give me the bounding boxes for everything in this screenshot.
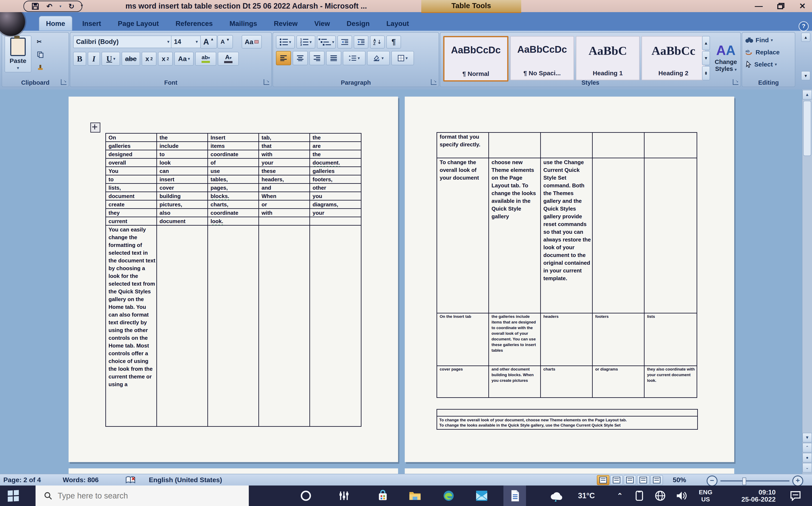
table-cell[interactable]: [489, 133, 541, 158]
table-cell[interactable]: You: [106, 167, 157, 175]
table-cell[interactable]: coordinate: [208, 150, 259, 159]
table-move-handle[interactable]: [90, 122, 100, 133]
table-cell[interactable]: or diagrams: [593, 366, 644, 398]
help-button[interactable]: ?: [799, 21, 809, 31]
page2-footer-box[interactable]: To change the overall look of your docum…: [437, 409, 698, 430]
table-cell[interactable]: tab,: [259, 134, 310, 142]
vertical-scrollbar[interactable]: ▲ ▼ ⌃ ● ⌄: [802, 89, 812, 474]
copy-button[interactable]: [35, 49, 62, 60]
language-indicator[interactable]: English (United States): [149, 474, 222, 486]
undo-icon[interactable]: ↶: [47, 2, 53, 11]
shrink-font-button[interactable]: A▼: [217, 35, 233, 49]
mail-button[interactable]: [472, 486, 491, 506]
table-cell[interactable]: also: [157, 209, 208, 217]
table-cell[interactable]: with: [259, 209, 310, 217]
table-cell[interactable]: footers,: [310, 175, 361, 184]
table-cell[interactable]: building: [157, 192, 208, 200]
tab-references[interactable]: References: [169, 16, 219, 30]
align-center-button[interactable]: [293, 51, 308, 65]
italic-button[interactable]: I: [88, 52, 100, 66]
table-cell[interactable]: with: [259, 150, 310, 159]
spellcheck-icon[interactable]: [125, 476, 136, 484]
table-cell[interactable]: the: [310, 150, 361, 159]
word-taskbar-button[interactable]: [504, 486, 526, 506]
restore-button[interactable]: [777, 3, 785, 9]
paragraph-dialog-launcher[interactable]: ↘: [431, 79, 437, 85]
table-cell[interactable]: can: [157, 167, 208, 175]
strikethrough-button[interactable]: abe: [122, 52, 140, 66]
cut-button[interactable]: ✂: [35, 36, 62, 47]
table-cell[interactable]: and: [259, 184, 310, 192]
scroll-up-arrow[interactable]: ▲: [802, 90, 812, 99]
change-styles-button[interactable]: AA Change Styles ▾: [712, 36, 740, 80]
full-screen-reading-button[interactable]: [610, 475, 623, 485]
font-dialog-launcher[interactable]: ↘: [264, 79, 269, 85]
table-cell[interactable]: [593, 133, 644, 158]
draft-button[interactable]: [650, 475, 663, 485]
tab-mailings[interactable]: Mailings: [223, 16, 264, 30]
table-cell[interactable]: [259, 217, 310, 226]
replace-button[interactable]: ab Replace: [745, 47, 780, 58]
styles-scroll-up-button[interactable]: ▲: [702, 36, 710, 50]
table-cell[interactable]: lists,: [106, 184, 157, 192]
table-cell[interactable]: look.: [208, 217, 259, 226]
zoom-in-button[interactable]: +: [792, 476, 803, 486]
table-cell[interactable]: you: [310, 192, 361, 200]
device-tray-icon[interactable]: [631, 486, 647, 506]
table-cell[interactable]: On the Insert tab: [437, 313, 489, 366]
table-cell[interactable]: charts,: [208, 200, 259, 209]
document-page-2[interactable]: format that you specify directly.To chan…: [405, 97, 734, 462]
table-cell[interactable]: You can easily change the formatting of …: [106, 226, 157, 427]
table-cell[interactable]: [593, 158, 644, 313]
numbering-button[interactable]: 123 ▾: [296, 35, 315, 49]
table-cell[interactable]: or: [259, 200, 310, 209]
table-cell[interactable]: document.: [310, 159, 361, 167]
table-cell[interactable]: [208, 226, 259, 427]
styles-dialog-launcher[interactable]: ↘: [733, 79, 738, 85]
table-cell[interactable]: current: [106, 217, 157, 226]
table-cell[interactable]: items: [208, 142, 259, 150]
page-indicator[interactable]: Page: 2 of 4: [3, 474, 41, 486]
format-painter-button[interactable]: [35, 62, 62, 73]
table-cell[interactable]: [644, 133, 697, 158]
table-cell[interactable]: [259, 226, 310, 427]
line-spacing-button[interactable]: ▾: [343, 51, 365, 65]
table-cell[interactable]: and other document building blocks. When…: [489, 366, 541, 398]
ribbon-scroll-up-button[interactable]: ▴: [801, 32, 810, 42]
bullets-button[interactable]: ▾: [276, 35, 295, 49]
temperature-label[interactable]: 31°C: [572, 486, 601, 506]
table-cell[interactable]: create: [106, 200, 157, 209]
table-cell[interactable]: use: [208, 167, 259, 175]
change-case-button[interactable]: Aa▾: [174, 52, 194, 66]
close-button[interactable]: ✕: [799, 0, 806, 12]
increase-indent-button[interactable]: [354, 35, 368, 49]
align-left-button[interactable]: [276, 51, 291, 65]
scrollbar-thumb[interactable]: [803, 101, 811, 156]
tab-home[interactable]: Home: [39, 16, 72, 30]
table-cell[interactable]: When: [259, 192, 310, 200]
style-tile[interactable]: AaBbCcHeading 2: [641, 36, 705, 80]
table-cell[interactable]: choose new Theme elements on the Page La…: [489, 158, 541, 313]
tab-layout[interactable]: Layout: [380, 16, 416, 30]
style-tile[interactable]: AaBbCHeading 1: [576, 36, 640, 80]
zoom-level[interactable]: 50%: [673, 474, 686, 486]
next-page-button[interactable]: ⌄: [802, 463, 812, 473]
borders-button[interactable]: ▾: [391, 51, 414, 65]
table-cell[interactable]: use the Change Current Quick Style Set c…: [541, 158, 593, 313]
font-color-button[interactable]: A▾: [218, 52, 239, 66]
table-cell[interactable]: To change the overall look of your docum…: [437, 158, 489, 313]
show-hide-button[interactable]: ¶: [386, 35, 401, 49]
language-tray-item[interactable]: ENG US: [694, 486, 717, 506]
grow-font-button[interactable]: A▲: [200, 35, 217, 49]
underline-button[interactable]: U▾: [102, 52, 120, 66]
context-tab-table-tools[interactable]: Table Tools: [421, 0, 521, 13]
search-input[interactable]: [57, 491, 225, 501]
shading-button[interactable]: ▾: [367, 51, 390, 65]
table-cell[interactable]: your: [259, 159, 310, 167]
multilevel-list-button[interactable]: ▾: [317, 35, 336, 49]
table-cell[interactable]: diagrams,: [310, 200, 361, 209]
align-right-button[interactable]: [309, 51, 325, 65]
styles-scroll-down-button[interactable]: ▼: [702, 51, 710, 65]
style-tile[interactable]: AaBbCcDc¶ No Spaci...: [510, 36, 574, 80]
table-cell[interactable]: of: [208, 159, 259, 167]
